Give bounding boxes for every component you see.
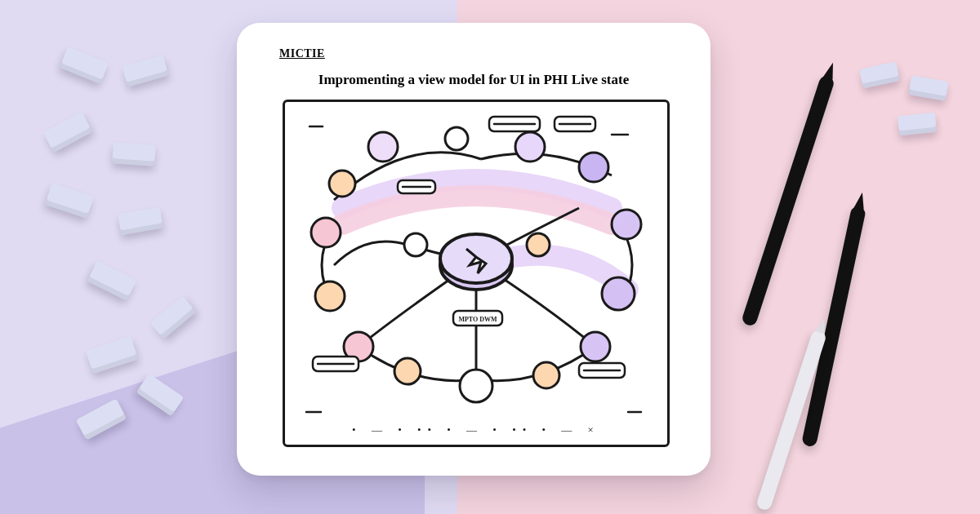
eraser-block — [86, 336, 138, 374]
whiteboard-card: MICTIE Impromenting a view model for UI … — [237, 23, 710, 476]
center-node-label: MPTO DWM — [458, 316, 497, 323]
eraser-block — [122, 55, 168, 86]
eraser-block — [43, 112, 93, 153]
eraser-block — [45, 183, 94, 218]
card-title: Impromenting a view model for UI in PHI … — [237, 72, 710, 88]
svg-point-15 — [329, 171, 355, 197]
svg-point-16 — [404, 233, 427, 256]
svg-point-2 — [368, 132, 398, 162]
svg-point-9 — [533, 362, 559, 388]
eraser-block — [112, 142, 156, 166]
brand-label: MICTIE — [279, 47, 325, 60]
svg-point-3 — [445, 127, 468, 150]
svg-point-11 — [394, 358, 421, 384]
eraser-block — [118, 207, 163, 236]
svg-point-13 — [315, 281, 345, 311]
svg-point-7 — [602, 277, 635, 310]
svg-point-10 — [460, 370, 492, 402]
svg-point-8 — [581, 332, 610, 361]
eraser-block — [60, 47, 109, 84]
eraser-block — [898, 113, 937, 136]
footer-dots: • — • •• • — • •• • — × — [285, 423, 667, 436]
svg-point-14 — [311, 218, 341, 247]
scene: MICTIE Impromenting a view model for UI … — [0, 0, 980, 514]
diagram: MPTO DWM — [285, 102, 667, 445]
svg-point-5 — [579, 153, 608, 182]
svg-point-17 — [527, 233, 550, 256]
eraser-block — [87, 261, 137, 301]
eraser-block — [150, 295, 197, 339]
svg-point-6 — [612, 210, 641, 239]
diagram-frame: MPTO DWM • — • •• • — • •• • — × — [283, 100, 670, 447]
svg-point-4 — [515, 132, 545, 162]
